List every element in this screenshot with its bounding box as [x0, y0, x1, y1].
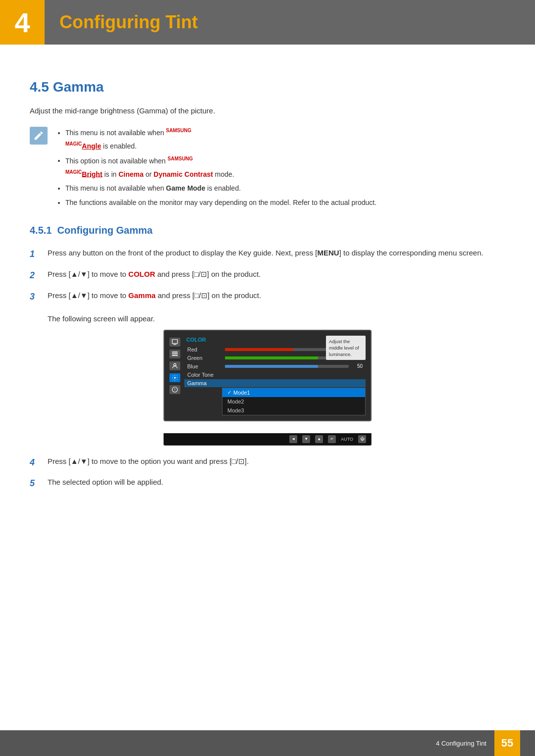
sidebar-icon-4-active: [169, 373, 180, 382]
step-num-1: 1: [30, 247, 44, 261]
subsection-heading: 4.5.1 Configuring Gamma: [30, 225, 505, 236]
monitor-sidebar: [169, 336, 180, 415]
nav-label-auto: AUTO: [341, 437, 353, 442]
mode2-label: Mode2: [227, 399, 244, 404]
svg-rect-2: [172, 352, 178, 353]
step-content-3: Press [▲/▼] to move to Gamma and press […: [48, 290, 505, 302]
note-item-2: This option is not available when SAMSUN…: [65, 154, 376, 181]
svg-point-5: [174, 363, 176, 366]
dropdown-mode2: Mode2: [222, 397, 365, 406]
note-list: This menu is not available when SAMSUNGM…: [55, 126, 376, 210]
dropdown-mode1: ✓ Mode1: [222, 388, 365, 397]
note-item-1: This menu is not available when SAMSUNGM…: [65, 126, 376, 153]
key-menu: MENU: [317, 249, 339, 257]
svg-rect-3: [172, 353, 178, 354]
main-content: 4.5 Gamma Adjust the mid-range brightnes…: [0, 64, 535, 539]
step-num-4: 4: [30, 455, 44, 470]
pencil-icon: [33, 130, 44, 141]
row-label-blue: Blue: [187, 363, 222, 369]
mode3-label: Mode3: [227, 407, 244, 413]
dropdown-mode3: Mode3: [222, 406, 365, 415]
feature-cinema: Cinema: [118, 170, 144, 178]
step-num-3: 3: [30, 290, 44, 304]
note-block: This menu is not available when SAMSUNGM…: [30, 126, 505, 210]
step-3-note: The following screen will appear.: [48, 313, 505, 325]
menu-row-blue: Blue 50: [184, 362, 366, 370]
monitor-screen: COLOR Red 35 Green 50 Blue: [163, 330, 372, 421]
subsection-number: 4.5.1: [30, 225, 52, 236]
step-num-5: 5: [30, 476, 44, 491]
chapter-number: 4: [14, 6, 30, 39]
monitor-tooltip: Adjust the middle level of luminance.: [326, 336, 366, 360]
step-content-1: Press any button on the front of the pro…: [48, 247, 505, 259]
section-heading: 4.5 Gamma: [30, 79, 505, 95]
key-gamma: Gamma: [128, 291, 156, 300]
steps-list-after: 4 Press [▲/▼] to move to the option you …: [30, 455, 505, 491]
menu-row-colortone: Color Tone: [184, 371, 366, 379]
nav-btn-power: ⏻: [358, 435, 366, 443]
section-title: Gamma: [53, 79, 104, 95]
step-1: 1 Press any button on the front of the p…: [30, 247, 505, 261]
monitor-nav-bar: ◄ ▼ ▲ ↵ AUTO ⏻: [163, 433, 372, 446]
sidebar-icon-1: [169, 338, 180, 347]
mode1-label: Mode1: [233, 390, 250, 396]
step-content-2: Press [▲/▼] to move to COLOR and press […: [48, 268, 505, 280]
bar-fill-red: [225, 348, 293, 351]
feature-bright: Bright: [82, 170, 102, 178]
footer-text: 4 Configuring Tint: [436, 740, 486, 747]
step-num-2: 2: [30, 268, 44, 283]
row-val-blue: 50: [352, 363, 363, 369]
feature-game-mode: Game Mode: [166, 184, 205, 192]
step-content-5: The selected option will be applied.: [48, 476, 505, 488]
row-label-green: Green: [187, 355, 222, 361]
note-item-3: This menu is not available when Game Mod…: [65, 182, 376, 195]
checkmark-mode1: ✓: [227, 390, 231, 395]
row-label-colortone: Color Tone: [187, 372, 222, 378]
row-label-gamma: Gamma: [187, 380, 222, 386]
nav-btn-up: ▲: [315, 435, 323, 443]
step-4: 4 Press [▲/▼] to move to the option you …: [30, 455, 505, 470]
menu-row-gamma: Gamma: [184, 379, 366, 387]
subsection-title: Configuring Gamma: [57, 225, 153, 236]
key-color: COLOR: [128, 270, 155, 278]
sidebar-icon-2: [169, 350, 180, 358]
bar-fill-blue: [225, 365, 318, 368]
chapter-number-box: 4: [0, 0, 45, 45]
chapter-title-box: Configuring Tint: [45, 0, 535, 45]
step-content-4: Press [▲/▼] to move to the option you wa…: [48, 455, 505, 467]
svg-rect-0: [172, 339, 178, 343]
gamma-dropdown: ✓ Mode1 Mode2 Mode3: [222, 388, 366, 415]
svg-point-6: [174, 377, 176, 379]
chapter-header: 4 Configuring Tint: [0, 0, 535, 45]
note-icon: [30, 127, 48, 145]
steps-list: 1 Press any button on the front of the p…: [30, 247, 505, 303]
step-3: 3 Press [▲/▼] to move to Gamma and press…: [30, 290, 505, 304]
nav-btn-down: ▼: [302, 435, 310, 443]
step-2: 2 Press [▲/▼] to move to COLOR and press…: [30, 268, 505, 283]
page-footer: 4 Configuring Tint 55: [0, 730, 535, 756]
svg-rect-4: [172, 355, 178, 356]
sidebar-icon-3: [169, 361, 180, 370]
nav-btn-enter: ↵: [328, 435, 336, 443]
step-5: 5 The selected option will be applied.: [30, 476, 505, 491]
row-label-red: Red: [187, 347, 222, 353]
feature-angle: Angle: [82, 142, 101, 150]
sidebar-icon-5: [169, 385, 180, 394]
footer-page-num: 55: [494, 730, 520, 756]
section-number: 4.5: [30, 79, 49, 95]
chapter-title: Configuring Tint: [59, 12, 198, 33]
feature-dynamic-contrast: Dynamic Contrast: [154, 170, 213, 178]
note-item-4: The functions available on the monitor m…: [65, 196, 376, 209]
intro-paragraph: Adjust the mid-range brightness (Gamma) …: [30, 105, 505, 117]
svg-point-9: [174, 390, 175, 391]
nav-btn-left: ◄: [289, 435, 297, 443]
bar-fill-green: [225, 356, 318, 359]
row-bar-blue: [225, 365, 349, 368]
